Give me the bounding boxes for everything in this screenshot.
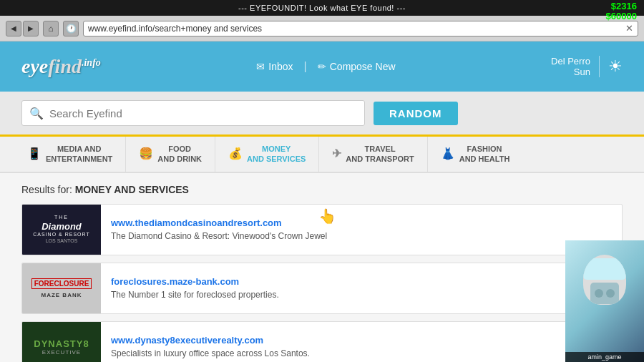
food-icon: 🍔 bbox=[139, 147, 153, 162]
food-label: FOOD AND DRINK bbox=[157, 144, 202, 165]
result-url-dynasty[interactable]: www.dynasty8executiverealty.com bbox=[111, 335, 612, 346]
thumb-dynasty: DYNASTY8 EXECUTIVE bbox=[22, 322, 101, 362]
compose-label: Compose New bbox=[330, 61, 396, 72]
nav-buttons: ◀ ▶ bbox=[6, 21, 39, 36]
result-info-dynasty: www.dynasty8executiverealty.com Speciali… bbox=[101, 329, 622, 362]
home-button[interactable]: ⌂ bbox=[43, 21, 59, 36]
result-info-diamond: www.thediamondcasinoandresort.com The Di… bbox=[101, 212, 622, 247]
results-label: Results for: MONEY AND SERVICES bbox=[21, 184, 623, 195]
search-input-wrap: 🔍 bbox=[21, 100, 365, 126]
random-button[interactable]: RANDOM bbox=[374, 102, 458, 125]
search-input[interactable] bbox=[49, 107, 357, 119]
logo-text: eyefind.info bbox=[21, 55, 101, 78]
category-food[interactable]: 🍔 FOOD AND DRINK bbox=[126, 137, 215, 172]
travel-icon: ✈ bbox=[332, 147, 341, 162]
compose-icon: ✏ bbox=[318, 61, 326, 72]
header-divider bbox=[599, 56, 600, 77]
result-url-foreclosure[interactable]: foreclosures.maze-bank.com bbox=[111, 276, 612, 287]
weather-label: Sun bbox=[551, 67, 590, 77]
inbox-label: Inbox bbox=[268, 61, 293, 72]
category-travel[interactable]: ✈ TRAVEL AND TRANSPORT bbox=[319, 137, 427, 172]
money-label: MONEY AND SERVICES bbox=[247, 144, 306, 165]
money-amount2: $60000 bbox=[606, 11, 637, 21]
results-category: MONEY AND SERVICES bbox=[75, 184, 189, 195]
result-card-foreclosure: FORECLOSURE MAZE BANK foreclosures.maze-… bbox=[21, 263, 623, 314]
weather-icon: ☀ bbox=[608, 57, 623, 76]
forward-button[interactable]: ▶ bbox=[23, 21, 39, 36]
foreclosure-logo: FORECLOSURE MAZE BANK bbox=[29, 275, 95, 301]
thumb-diamond: THE Diamond CASINO & RESORT LOS SANTOS bbox=[22, 205, 101, 255]
result-url-diamond[interactable]: www.thediamondcasinoandresort.com bbox=[111, 217, 612, 228]
category-fashion[interactable]: 👗 FASHION AND HEALTH bbox=[428, 137, 523, 172]
thumb-foreclosure: FORECLOSURE MAZE BANK bbox=[22, 263, 101, 313]
clear-url-button[interactable]: ✕ bbox=[625, 23, 633, 34]
nav-divider: | bbox=[304, 60, 307, 73]
top-bar: --- EYEFOUNDIT! Look what EYE found! ---… bbox=[0, 0, 644, 16]
location-name: Del Perro bbox=[551, 56, 590, 67]
url-text: www.eyefind.info/search+money and servic… bbox=[88, 24, 262, 34]
result-info-foreclosure: foreclosures.maze-bank.com The Number 1 … bbox=[101, 270, 622, 305]
fashion-icon: 👗 bbox=[441, 147, 455, 162]
inbox-icon: ✉ bbox=[256, 61, 265, 72]
inbox-nav[interactable]: ✉ Inbox bbox=[256, 61, 293, 72]
compose-nav[interactable]: ✏ Compose New bbox=[318, 61, 396, 72]
search-icon: 🔍 bbox=[29, 107, 44, 120]
location-info: Del Perro Sun bbox=[551, 56, 590, 77]
address-bar[interactable]: www.eyefind.info/search+money and servic… bbox=[83, 21, 638, 36]
media-icon: 📱 bbox=[27, 147, 42, 162]
result-desc-foreclosure: The Number 1 site for foreclosed propert… bbox=[111, 290, 612, 300]
result-desc-diamond: The Diamond Casino & Resort: Vinewood's … bbox=[111, 231, 612, 241]
site-header: eyefind.info ✉ Inbox | ✏ Compose New Del… bbox=[0, 41, 644, 92]
diamond-logo: THE Diamond CASINO & RESORT LOS SANTOS bbox=[30, 212, 92, 247]
money-amount1: $2316 bbox=[606, 1, 637, 11]
money-icon: 💰 bbox=[228, 147, 243, 162]
header-nav: ✉ Inbox | ✏ Compose New bbox=[256, 60, 395, 73]
logo[interactable]: eyefind.info bbox=[21, 55, 101, 78]
fashion-label: FASHION AND HEALTH bbox=[459, 144, 510, 165]
media-label: MEDIA AND ENTERTAINMENT bbox=[46, 144, 112, 165]
reload-button[interactable]: 🕐 bbox=[63, 21, 79, 36]
result-desc-dynasty: Specialists in luxury office space acros… bbox=[111, 348, 612, 358]
travel-label: TRAVEL AND TRANSPORT bbox=[346, 144, 414, 165]
header-right: Del Perro Sun ☀ bbox=[551, 56, 623, 77]
back-button[interactable]: ◀ bbox=[6, 21, 21, 36]
result-card-diamond: THE Diamond CASINO & RESORT LOS SANTOS w… bbox=[21, 204, 623, 255]
category-money[interactable]: 💰 MONEY AND SERVICES bbox=[215, 137, 319, 172]
search-bar-area: 🔍 RANDOM bbox=[0, 92, 644, 137]
category-nav: 📱 MEDIA AND ENTERTAINMENT 🍔 FOOD AND DRI… bbox=[0, 137, 644, 173]
browser-chrome: ◀ ▶ ⌂ 🕐 www.eyefind.info/search+money an… bbox=[0, 16, 644, 41]
main-content: Results for: MONEY AND SERVICES THE Diam… bbox=[0, 173, 644, 362]
top-bar-text: --- EYEFOUNDIT! Look what EYE found! --- bbox=[238, 4, 406, 12]
money-display: $2316 $60000 bbox=[606, 1, 637, 22]
result-card-dynasty: DYNASTY8 EXECUTIVE www.dynasty8executive… bbox=[21, 321, 623, 362]
dynasty-logo: DYNASTY8 EXECUTIVE bbox=[29, 334, 93, 360]
category-media[interactable]: 📱 MEDIA AND ENTERTAINMENT bbox=[14, 137, 126, 172]
